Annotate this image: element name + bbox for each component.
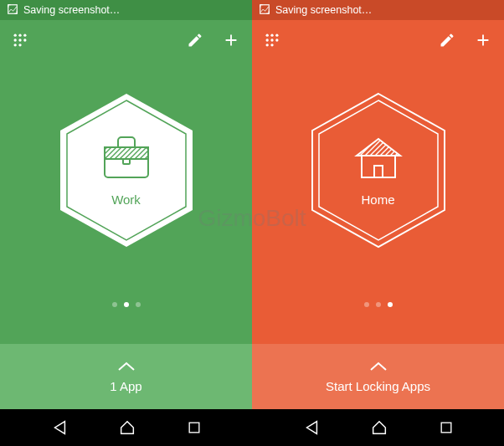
statusbar-text: Saving screenshot…	[23, 4, 120, 16]
android-statusbar: Saving screenshot…	[252, 0, 504, 20]
page-dot	[376, 302, 381, 307]
dialpad-icon[interactable]	[264, 32, 280, 49]
svg-rect-15	[260, 4, 270, 13]
add-button[interactable]	[474, 31, 492, 49]
screen-home: Saving screenshot…	[252, 0, 504, 446]
svg-point-4	[14, 38, 17, 41]
edit-button[interactable]	[439, 32, 455, 49]
svg-point-19	[266, 38, 269, 41]
svg-point-22	[266, 44, 269, 46]
main-area: Work	[0, 60, 252, 344]
add-button[interactable]	[222, 31, 240, 49]
appbar	[0, 20, 252, 60]
svg-point-23	[270, 44, 273, 46]
page-indicator	[112, 302, 141, 307]
badge-label: Work	[111, 192, 141, 207]
footer-panel[interactable]: 1 App	[0, 344, 252, 409]
page-dot	[364, 302, 369, 307]
svg-point-17	[270, 34, 273, 37]
svg-point-5	[18, 38, 21, 41]
nav-recent-button[interactable]	[186, 419, 203, 436]
edit-button[interactable]	[187, 32, 203, 49]
svg-rect-0	[8, 4, 18, 13]
svg-point-1	[14, 34, 17, 37]
svg-point-18	[275, 34, 278, 37]
svg-rect-13	[123, 159, 130, 164]
svg-point-6	[23, 38, 26, 41]
android-navbar	[252, 409, 504, 446]
svg-point-20	[270, 38, 273, 41]
footer-label: Start Locking Apps	[326, 379, 430, 393]
svg-point-16	[266, 34, 269, 37]
svg-rect-28	[441, 423, 451, 433]
svg-rect-12	[105, 147, 148, 159]
briefcase-icon	[100, 134, 153, 184]
page-dot	[112, 302, 117, 307]
house-icon	[352, 134, 405, 184]
svg-point-2	[18, 34, 21, 37]
svg-rect-27	[374, 166, 383, 177]
screenshot-icon	[7, 3, 18, 18]
screenshot-icon	[259, 3, 270, 18]
footer-label: 1 App	[110, 379, 141, 393]
dialpad-icon[interactable]	[12, 32, 28, 49]
android-statusbar: Saving screenshot…	[0, 0, 252, 20]
nav-home-button[interactable]	[370, 418, 388, 437]
svg-point-3	[23, 34, 26, 37]
nav-back-button[interactable]	[50, 418, 69, 437]
chevron-up-icon	[117, 361, 136, 376]
nav-home-button[interactable]	[118, 418, 136, 437]
screen-work: Saving screenshot…	[0, 0, 252, 446]
svg-point-21	[275, 38, 278, 41]
chevron-up-icon	[369, 361, 388, 376]
page-indicator	[364, 302, 393, 307]
nav-back-button[interactable]	[302, 418, 321, 437]
page-dot	[124, 302, 129, 307]
profile-badge-home[interactable]: Home	[307, 89, 450, 252]
profile-badge-work[interactable]: Work	[55, 89, 198, 252]
svg-point-8	[18, 44, 21, 46]
svg-rect-14	[189, 423, 199, 433]
badge-label: Home	[361, 192, 394, 207]
page-dot	[388, 302, 393, 307]
page-dot	[136, 302, 141, 307]
android-navbar	[0, 409, 252, 446]
main-area: Home	[252, 60, 504, 344]
appbar	[252, 20, 504, 60]
statusbar-text: Saving screenshot…	[275, 4, 372, 16]
svg-point-7	[14, 44, 17, 46]
nav-recent-button[interactable]	[438, 419, 455, 436]
footer-panel[interactable]: Start Locking Apps	[252, 344, 504, 409]
